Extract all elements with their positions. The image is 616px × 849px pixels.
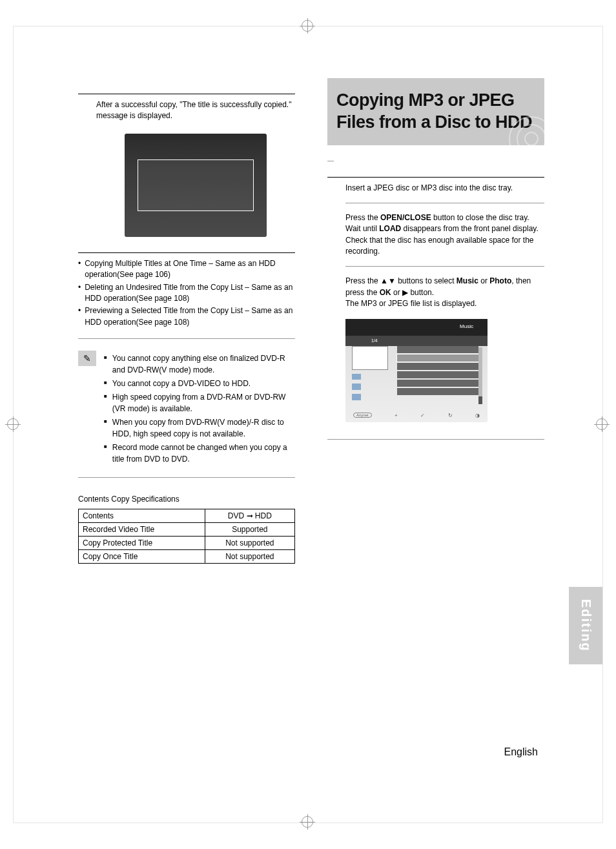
- note-item: You cannot copy a DVD-VIDEO to HDD.: [112, 378, 251, 389]
- photo-icon: [352, 394, 361, 400]
- divider: [78, 94, 295, 94]
- section-title-box: Copying MP3 or JPEG Files from a Disc to…: [327, 78, 544, 145]
- step-2-line-1: Press the OPEN/CLOSE button to close the…: [345, 212, 544, 223]
- note-block: ✎ ■You cannot copy anything else on fina…: [78, 351, 295, 467]
- list-item: [397, 380, 478, 387]
- success-message: After a successful copy, "The title is s…: [96, 99, 295, 122]
- anynet-badge: Anynet: [353, 413, 372, 418]
- table-cell: Recorded Video Title: [79, 523, 205, 537]
- divider-light: [345, 203, 544, 203]
- divider-light: [327, 439, 544, 440]
- page-frame: After a successful copy, "The title is s…: [13, 26, 603, 823]
- crop-mark-left: [7, 418, 20, 431]
- menu-icon: ↻: [448, 413, 453, 418]
- note-item: Record mode cannot be changed when you c…: [112, 442, 295, 465]
- note-item: High speed copying from a DVD-RAM or DVD…: [112, 391, 295, 414]
- crop-mark-bottom: [302, 816, 314, 829]
- list-item: [397, 363, 478, 370]
- screenshot-title: Music: [460, 323, 473, 329]
- crop-mark-right: [596, 418, 609, 431]
- table-cell: Not supported: [205, 550, 294, 564]
- crop-mark-top: [302, 20, 314, 33]
- divider: [78, 252, 295, 253]
- left-column: After a successful copy, "The title is s…: [78, 78, 295, 564]
- divider-light: [78, 338, 295, 339]
- step-3-line-1: Press the ▲▼ buttons to select Music or …: [345, 276, 544, 298]
- spec-table: Contents DVD ➞ HDD Recorded Video Title …: [78, 509, 295, 564]
- list-item: Previewing a Selected Title from the Cop…: [85, 305, 295, 328]
- play-icon: +: [395, 413, 398, 418]
- note-item: You cannot copy anything else on finaliz…: [112, 353, 295, 376]
- music-icon: [352, 384, 361, 390]
- decorative-circles: [480, 107, 544, 145]
- divider: [327, 177, 544, 178]
- table-cell: Supported: [205, 523, 294, 537]
- table-cell: Copy Once Title: [79, 550, 205, 564]
- section-tab-label: Editing: [579, 599, 593, 652]
- footer-language: English: [504, 746, 538, 757]
- spec-title: Contents Copy Specifications: [78, 495, 295, 504]
- file-list-screenshot: Music 1/4 Anynet: [345, 319, 488, 422]
- divider-light: [78, 477, 295, 478]
- list-item: [397, 388, 478, 395]
- note-item: When you copy from DVD-RW(V mode)/-R dis…: [112, 416, 295, 440]
- svg-point-1: [517, 125, 544, 145]
- two-column-layout: After a successful copy, "The title is s…: [14, 26, 602, 589]
- list-item: Copying Multiple Titles at One Time – Sa…: [85, 258, 295, 281]
- divider-light: [345, 266, 544, 267]
- th-direction: DVD ➞ HDD: [205, 509, 294, 523]
- note-icon: ✎: [78, 351, 96, 366]
- return-icon: ◑: [475, 413, 480, 418]
- step-3-line-2: The MP3 or JPEG file list is displayed.: [345, 298, 544, 309]
- table-cell: Not supported: [205, 537, 294, 550]
- table-cell: Copy Protected Title: [79, 537, 205, 550]
- list-item: Deleting an Undesired Title from the Cop…: [85, 282, 295, 305]
- step-2-line-2: Wait until LOAD disappears from the fron…: [345, 223, 544, 234]
- step-marker: .: [327, 161, 544, 161]
- page-footer: English: [504, 746, 538, 758]
- cross-ref-list: •Copying Multiple Titles at One Time – S…: [78, 258, 295, 328]
- list-item: [397, 346, 478, 353]
- list-item: [397, 371, 478, 378]
- record-icon: ✓: [420, 413, 425, 418]
- section-tab: Editing: [569, 587, 602, 664]
- folder-icon: [352, 374, 361, 380]
- step-1-text: Insert a JPEG disc or MP3 disc into the …: [345, 183, 544, 194]
- steps-list: Insert a JPEG disc or MP3 disc into the …: [327, 183, 544, 310]
- svg-point-0: [509, 117, 544, 145]
- step-2-line-3: Check that the disc has enough available…: [345, 235, 544, 258]
- th-contents: Contents: [79, 509, 205, 523]
- list-item-selected: [397, 354, 478, 362]
- tv-screenshot-placeholder: [125, 134, 267, 237]
- svg-point-2: [525, 132, 538, 145]
- right-column: Copying MP3 or JPEG Files from a Disc to…: [327, 78, 544, 564]
